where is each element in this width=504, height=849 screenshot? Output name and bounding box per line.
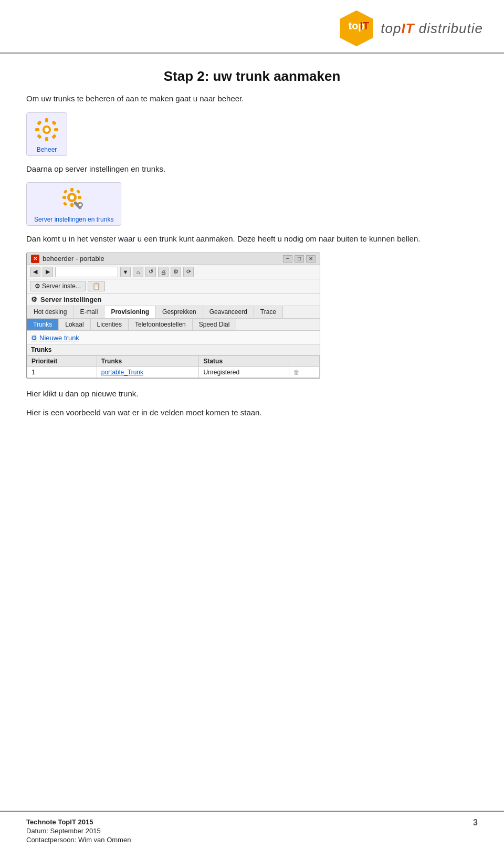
nav-row: ⚙ Server inste... 📋 xyxy=(27,279,320,294)
svg-text:IT: IT xyxy=(360,20,370,32)
settings-icon[interactable]: ⚙ xyxy=(171,267,181,277)
new-trunk-row: ⚙ Nieuwe trunk xyxy=(27,331,320,344)
svg-rect-16 xyxy=(70,203,74,207)
window-controls: − □ ✕ xyxy=(283,255,316,263)
titlebar-left: ✕ beheerder - portable xyxy=(31,255,104,263)
svg-rect-15 xyxy=(70,188,74,192)
table-header-row: Prioriteit Trunks Status xyxy=(27,355,320,366)
svg-rect-5 xyxy=(45,118,48,122)
tab-provisioning[interactable]: Provisioning xyxy=(104,306,156,318)
tabs-row-2: Trunks Lokaal Licenties Telefoontoestell… xyxy=(27,319,320,331)
logo-suffix: distributie xyxy=(415,20,484,36)
cell-delete[interactable]: 🗑 xyxy=(289,366,319,378)
server-gear-wrench-icon xyxy=(61,187,87,212)
svg-rect-20 xyxy=(76,190,80,194)
cell-status: Unregistered xyxy=(199,366,289,378)
footer-contactpersoon: Contactpersoon: Wim van Ommen xyxy=(26,836,131,844)
print-icon[interactable]: 🖨 xyxy=(158,267,169,277)
footer-datum: Datum: September 2015 xyxy=(26,827,131,835)
refresh-icon[interactable]: ↺ xyxy=(145,267,156,277)
post-window-text1: Hier klikt u dan op nieuwe trunk. xyxy=(26,388,478,400)
col-trunks: Trunks xyxy=(97,355,199,366)
nieuwe-trunk-icon: ⚙ xyxy=(31,334,37,342)
tab-gesprekken[interactable]: Gesprekken xyxy=(156,306,203,318)
home-icon[interactable]: ⌂ xyxy=(133,267,143,277)
server-instellingen-heading: ⚙ Server instellingen xyxy=(27,294,320,306)
trunk-link[interactable]: portable_Trunk xyxy=(101,369,143,376)
nieuwe-trunk-label: Nieuwe trunk xyxy=(39,334,79,342)
footer-page-number: 3 xyxy=(473,818,478,827)
cell-trunk-name[interactable]: portable_Trunk xyxy=(97,366,199,378)
dropdown-icon[interactable]: ▼ xyxy=(120,267,131,277)
nav-extra-icon[interactable]: 📋 xyxy=(88,281,105,291)
tab-telefoontoestellen[interactable]: Telefoontoestellen xyxy=(129,319,193,330)
tab-lokaal[interactable]: Lokaal xyxy=(59,319,90,330)
server-inste-nav-item[interactable]: ⚙ Server inste... xyxy=(30,281,86,291)
svg-rect-7 xyxy=(35,128,39,131)
intro-text: Om uw trunks te beheren of aan te maken … xyxy=(26,93,478,105)
back-icon[interactable]: ◀ xyxy=(30,267,40,277)
col-actions xyxy=(289,355,319,366)
logo-it: IT xyxy=(401,20,414,36)
tab-licenties[interactable]: Licenties xyxy=(91,319,129,330)
server-heading-label: Server instellingen xyxy=(40,296,101,303)
reload-icon[interactable]: ⟳ xyxy=(183,267,194,277)
svg-point-4 xyxy=(45,128,49,132)
window-titlebar: ✕ beheerder - portable − □ ✕ xyxy=(27,253,320,265)
page-title: Stap 2: uw trunk aanmaken xyxy=(26,68,478,85)
forward-icon[interactable]: ▶ xyxy=(43,267,53,277)
close-button[interactable]: ✕ xyxy=(306,255,316,263)
address-input[interactable] xyxy=(55,267,118,277)
screenshot-window: ✕ beheerder - portable − □ ✕ ◀ ▶ ▼ ⌂ ↺ 🖨… xyxy=(26,253,320,379)
table-row: 1 portable_Trunk Unregistered 🗑 xyxy=(27,366,320,378)
svg-rect-8 xyxy=(54,128,58,131)
svg-rect-17 xyxy=(62,196,66,199)
tab-hot-desking[interactable]: Hot desking xyxy=(27,306,74,318)
window-app-icon: ✕ xyxy=(31,255,39,263)
window-title: beheerder - portable xyxy=(43,255,104,263)
tab-trunks[interactable]: Trunks xyxy=(27,319,59,330)
svg-rect-9 xyxy=(37,120,42,125)
beheer-gear-icon xyxy=(34,117,59,142)
logo-text: topIT distributie xyxy=(381,20,483,37)
tab-email[interactable]: E-mail xyxy=(74,306,104,318)
svg-point-14 xyxy=(70,195,74,200)
logo-icon: top IT xyxy=(338,9,375,47)
cell-prioriteit: 1 xyxy=(27,366,97,378)
step3-text: Dan komt u in het venster waar u een tru… xyxy=(26,233,478,245)
post-window-text2: Hier is een voorbeeld van wat er in de v… xyxy=(26,407,478,419)
maximize-button[interactable]: □ xyxy=(295,255,304,263)
svg-rect-12 xyxy=(51,134,57,139)
svg-point-25 xyxy=(79,204,81,206)
trunk-table: Prioriteit Trunks Status 1 portable_Trun… xyxy=(27,355,320,378)
minimize-button[interactable]: − xyxy=(283,255,292,263)
server-nav-label: Server inste... xyxy=(42,282,81,290)
page-header: top IT topIT distributie xyxy=(0,0,504,54)
main-content: Stap 2: uw trunk aanmaken Om uw trunks t… xyxy=(0,54,504,437)
footer-left: Technote TopIT 2015 Datum: September 201… xyxy=(26,818,131,844)
beheer-icon-label: Beheer xyxy=(34,146,59,153)
server-nav-icon: ⚙ xyxy=(35,282,40,290)
logo-brand: top xyxy=(381,20,401,36)
col-prioriteit: Prioriteit xyxy=(27,355,97,366)
footer-technote: Technote TopIT 2015 xyxy=(26,818,131,826)
col-status: Status xyxy=(199,355,289,366)
server-icon-label: Server instellingen en trunks xyxy=(34,216,113,223)
delete-icon[interactable]: 🗑 xyxy=(293,369,300,376)
step2-text: Daarna op server instellingen en trunks. xyxy=(26,163,478,175)
svg-rect-11 xyxy=(37,134,42,139)
tab-speed-dial[interactable]: Speed Dial xyxy=(193,319,237,330)
page-footer: Technote TopIT 2015 Datum: September 201… xyxy=(0,811,504,849)
svg-rect-10 xyxy=(51,120,57,125)
svg-rect-19 xyxy=(63,190,67,194)
svg-rect-18 xyxy=(78,196,81,199)
tab-trace[interactable]: Trace xyxy=(254,306,283,318)
tabs-row-1: Hot desking E-mail Provisioning Gesprekk… xyxy=(27,306,320,319)
nieuwe-trunk-button[interactable]: ⚙ Nieuwe trunk xyxy=(31,334,79,342)
toolbar: ◀ ▶ ▼ ⌂ ↺ 🖨 ⚙ ⟳ xyxy=(27,265,320,279)
server-heading-icon: ⚙ xyxy=(31,296,37,303)
svg-rect-21 xyxy=(62,202,67,206)
trunks-section-label: Trunks xyxy=(27,344,320,355)
logo-area: top IT topIT distributie xyxy=(338,9,483,47)
tab-geavanceerd[interactable]: Geavanceerd xyxy=(203,306,254,318)
